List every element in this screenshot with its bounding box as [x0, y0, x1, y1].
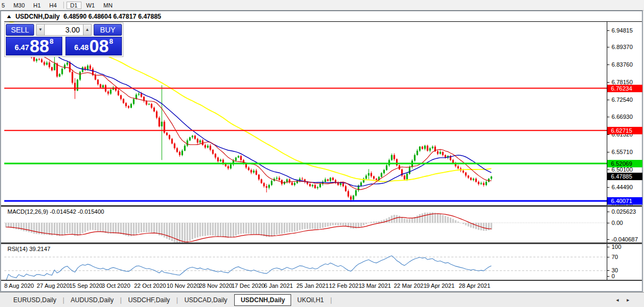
candles	[5, 33, 492, 202]
price-axis-label: 6.83760	[607, 61, 633, 68]
price-axis-label: 6.44490	[607, 184, 633, 191]
toolbar-separator	[63, 2, 64, 9]
chevron-up-icon[interactable]: ▲	[83, 24, 92, 36]
date-label: 6 Jan 2021	[264, 282, 293, 289]
timeframe-button-mn[interactable]: MN	[100, 2, 116, 9]
macd-axis[interactable]: 0.0256230.00-0.040687	[607, 207, 642, 243]
level-lines	[4, 88, 607, 201]
tab-separator: |	[176, 296, 178, 304]
timeframe-button-5[interactable]: 5	[0, 2, 9, 9]
arrow-left-icon[interactable]: ◂	[613, 296, 622, 304]
price-axis-label: 6.89370	[607, 44, 633, 51]
tab-audusd-daily[interactable]: AUDUSD,Daily	[65, 294, 120, 306]
pane-top-border	[4, 21, 642, 22]
date-label: 8 Aug 2020	[4, 282, 34, 289]
volume-stepper: ▼ 3.00 ▲	[36, 24, 92, 36]
chart-arrow-icon: ▲	[6, 14, 12, 19]
rsi-line	[6, 256, 491, 280]
date-label: 17 Dec 2020	[232, 282, 265, 289]
tab-scroll-buttons: ◂ ▸	[613, 296, 632, 304]
arrow-right-icon[interactable]: ▸	[624, 296, 632, 304]
rsi-canvas[interactable]	[4, 244, 607, 280]
date-label: 10 Nov 2020	[167, 282, 200, 289]
chart-window: ▲ USDCNH,Daily 6.48590 6.48604 6.47817 6…	[0, 10, 643, 292]
date-label: 28 Apr 2021	[459, 282, 490, 289]
date-label: 3 Oct 2020	[102, 282, 130, 289]
rsi-axis[interactable]: 10070300	[607, 244, 642, 280]
date-label: 25 Jan 2021	[296, 282, 329, 289]
tab-separator: |	[331, 296, 332, 304]
buy-price-display[interactable]: 6.48 08 8	[65, 37, 122, 55]
price-axis-label: 6.72540	[607, 96, 633, 103]
price-axis-label: 6.94815	[607, 27, 633, 34]
chart-symbol-period: USDCNH,Daily	[15, 13, 60, 20]
date-label: 22 Oct 2020	[134, 282, 166, 289]
price-level-badge: 6.76234	[607, 85, 642, 92]
sell-button[interactable]: SELL	[6, 24, 34, 36]
date-label: 22 Mar 2021	[394, 282, 427, 289]
sell-price-big: 88	[30, 38, 49, 54]
buy-price-small: 6.48	[74, 43, 88, 52]
time-axis[interactable]: 8 Aug 202027 Aug 202015 Sep 20203 Oct 20…	[4, 281, 607, 290]
macd-axis-label: 0.025623	[607, 208, 636, 215]
date-label: 28 Nov 2020	[199, 282, 232, 289]
tab-separator: |	[120, 296, 122, 304]
rsi-label: RSI(14) 39.2147	[7, 246, 51, 252]
tab-ukoil-h1[interactable]: UKOil,H1	[291, 294, 329, 306]
chart-title: ▲ USDCNH,Daily 6.48590 6.48604 6.47817 6…	[6, 13, 161, 20]
volume-input[interactable]: 3.00	[45, 24, 83, 36]
price-level-badge: 6.62715	[607, 127, 642, 134]
rsi-axis-label: 0	[607, 273, 615, 280]
macd-axis-label: 0.00	[607, 220, 623, 227]
timeframe-button-m30[interactable]: M30	[10, 2, 28, 9]
buy-price-sup: 8	[109, 37, 113, 45]
price-level-badge: 6.40071	[607, 197, 642, 205]
trading-terminal: 5M30H1H4D1W1MN ▲ USDCNH,Daily 6.48590 6.…	[0, 0, 644, 307]
current-price-badge: 6.47885	[607, 173, 642, 180]
tab-usdcad-daily[interactable]: USDCAD,Daily	[178, 294, 233, 306]
tab-eurusd-daily[interactable]: EURUSD,Daily	[7, 294, 62, 306]
date-label: 9 Apr 2021	[426, 282, 455, 289]
sell-price-sup: 8	[49, 37, 53, 45]
date-label: 12 Feb 2021	[329, 282, 362, 289]
buy-price-big: 08	[89, 38, 109, 54]
sell-price-small: 6.47	[14, 43, 29, 52]
chart-tabs: EURUSD,Daily|AUDUSD,Daily|USDCHF,Daily|U…	[7, 294, 333, 306]
chart-ohlc-quote: 6.48590 6.48604 6.47817 6.47885	[63, 13, 161, 20]
price-axis-label: 6.66930	[607, 114, 633, 120]
timeframe-toolbar: 5M30H1H4D1W1MN	[0, 0, 644, 11]
macd-label: MACD(12,26,9) -0.014542 -0.015400	[7, 208, 104, 215]
timeframe-button-h4[interactable]: H4	[46, 2, 61, 9]
chart-tab-bar: EURUSD,Daily|AUDUSD,Daily|USDCHF,Daily|U…	[0, 292, 644, 307]
sell-price-display[interactable]: 6.47 88 8	[6, 37, 62, 55]
tab-usdcnh-daily[interactable]: USDCNH,Daily	[234, 294, 291, 306]
timeframe-button-w1[interactable]: W1	[82, 2, 99, 9]
tab-separator: |	[63, 296, 64, 304]
price-axis-label: 6.55710	[607, 149, 633, 156]
date-label: 15 Sep 2020	[69, 282, 102, 289]
one-click-trading-panel: SELL ▼ 3.00 ▲ BUY 6.47 88 8 6.48 08 8	[4, 22, 123, 57]
date-label: 27 Aug 2020	[37, 282, 70, 289]
timeframe-button-h1[interactable]: H1	[30, 2, 45, 9]
timeframe-button-d1[interactable]: D1	[67, 2, 81, 9]
rsi-axis-label: 100	[607, 244, 621, 251]
date-label: 3 Mar 2021	[361, 282, 391, 289]
chevron-down-icon[interactable]: ▼	[36, 24, 45, 36]
price-level-badge: 6.52069	[607, 160, 642, 167]
rsi-axis-label: 70	[607, 254, 618, 261]
buy-button[interactable]: BUY	[94, 24, 122, 36]
tab-usdchf-daily[interactable]: USDCHF,Daily	[122, 294, 176, 306]
